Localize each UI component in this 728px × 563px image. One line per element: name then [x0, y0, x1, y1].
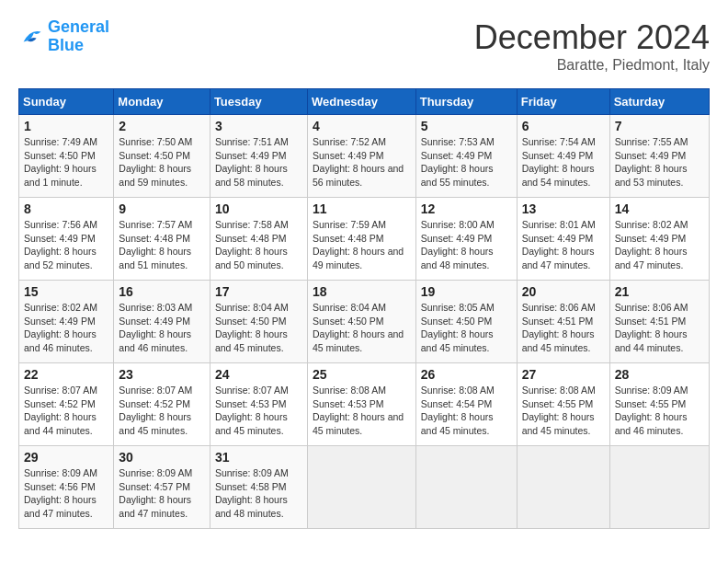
- day-info: Sunrise: 7:54 AMSunset: 4:49 PMDaylight:…: [522, 135, 605, 190]
- day-number: 21: [615, 284, 704, 299]
- day-number: 1: [24, 119, 108, 133]
- calendar-cell: 19Sunrise: 8:05 AMSunset: 4:50 PMDayligh…: [415, 281, 517, 363]
- day-info: Sunrise: 8:01 AMSunset: 4:49 PMDaylight:…: [522, 218, 605, 272]
- weekday-header-saturday: Saturday: [609, 89, 709, 115]
- day-info: Sunrise: 7:58 AMSunset: 4:48 PMDaylight:…: [215, 218, 302, 272]
- calendar-cell: 4Sunrise: 7:52 AMSunset: 4:49 PMDaylight…: [307, 115, 415, 198]
- day-info: Sunrise: 7:49 AMSunset: 4:50 PMDaylight:…: [24, 135, 108, 190]
- calendar-cell: [517, 446, 609, 529]
- day-number: 18: [313, 284, 411, 299]
- calendar-cell: 10Sunrise: 7:58 AMSunset: 4:48 PMDayligh…: [210, 198, 307, 281]
- weekday-header-tuesday: Tuesday: [210, 89, 307, 115]
- calendar-cell: 22Sunrise: 8:07 AMSunset: 4:52 PMDayligh…: [19, 363, 114, 446]
- day-number: 29: [24, 450, 108, 465]
- calendar-cell: 14Sunrise: 8:02 AMSunset: 4:49 PMDayligh…: [609, 198, 709, 281]
- calendar-cell: 12Sunrise: 8:00 AMSunset: 4:49 PMDayligh…: [415, 198, 517, 281]
- calendar-week-row: 15Sunrise: 8:02 AMSunset: 4:49 PMDayligh…: [19, 281, 710, 363]
- day-number: 8: [24, 201, 108, 216]
- day-info: Sunrise: 8:00 AMSunset: 4:49 PMDaylight:…: [421, 218, 512, 272]
- day-number: 20: [522, 284, 605, 299]
- day-info: Sunrise: 8:04 AMSunset: 4:50 PMDaylight:…: [215, 301, 302, 355]
- day-info: Sunrise: 7:50 AMSunset: 4:50 PMDaylight:…: [119, 135, 205, 190]
- calendar-cell: 20Sunrise: 8:06 AMSunset: 4:51 PMDayligh…: [517, 281, 609, 363]
- calendar-cell: 8Sunrise: 7:56 AMSunset: 4:49 PMDaylight…: [19, 198, 114, 281]
- day-number: 9: [119, 201, 205, 216]
- day-number: 17: [215, 284, 302, 299]
- day-number: 11: [313, 201, 411, 216]
- day-number: 27: [522, 367, 605, 382]
- day-info: Sunrise: 8:02 AMSunset: 4:49 PMDaylight:…: [24, 301, 108, 355]
- day-info: Sunrise: 7:55 AMSunset: 4:49 PMDaylight:…: [615, 135, 704, 190]
- calendar-cell: 31Sunrise: 8:09 AMSunset: 4:58 PMDayligh…: [210, 446, 307, 529]
- month-title: December 2024: [474, 18, 710, 57]
- day-number: 15: [24, 284, 108, 299]
- day-number: 13: [522, 201, 605, 216]
- day-number: 31: [215, 450, 302, 465]
- calendar-cell: 28Sunrise: 8:09 AMSunset: 4:55 PMDayligh…: [609, 363, 709, 446]
- day-number: 22: [24, 367, 108, 382]
- day-info: Sunrise: 8:02 AMSunset: 4:49 PMDaylight:…: [615, 218, 704, 272]
- day-number: 2: [119, 119, 205, 133]
- day-number: 23: [119, 367, 205, 382]
- calendar-week-row: 1Sunrise: 7:49 AMSunset: 4:50 PMDaylight…: [19, 115, 710, 198]
- calendar-cell: [609, 446, 709, 529]
- calendar-cell: 5Sunrise: 7:53 AMSunset: 4:49 PMDaylight…: [415, 115, 517, 198]
- day-info: Sunrise: 8:07 AMSunset: 4:52 PMDaylight:…: [119, 384, 205, 438]
- day-info: Sunrise: 8:03 AMSunset: 4:49 PMDaylight:…: [119, 301, 205, 355]
- calendar-cell: 21Sunrise: 8:06 AMSunset: 4:51 PMDayligh…: [609, 281, 709, 363]
- day-info: Sunrise: 7:52 AMSunset: 4:49 PMDaylight:…: [313, 135, 411, 190]
- weekday-header-sunday: Sunday: [19, 89, 114, 115]
- calendar-cell: 30Sunrise: 8:09 AMSunset: 4:57 PMDayligh…: [114, 446, 210, 529]
- calendar-cell: 3Sunrise: 7:51 AMSunset: 4:49 PMDaylight…: [210, 115, 307, 198]
- day-number: 14: [615, 201, 704, 216]
- day-info: Sunrise: 8:06 AMSunset: 4:51 PMDaylight:…: [522, 301, 605, 355]
- calendar-table: SundayMondayTuesdayWednesdayThursdayFrid…: [18, 88, 710, 529]
- calendar-cell: 16Sunrise: 8:03 AMSunset: 4:49 PMDayligh…: [114, 281, 210, 363]
- day-info: Sunrise: 7:51 AMSunset: 4:49 PMDaylight:…: [215, 135, 302, 190]
- weekday-header-thursday: Thursday: [415, 89, 517, 115]
- calendar-cell: 18Sunrise: 8:04 AMSunset: 4:50 PMDayligh…: [307, 281, 415, 363]
- day-info: Sunrise: 7:59 AMSunset: 4:48 PMDaylight:…: [313, 218, 411, 272]
- calendar-cell: 23Sunrise: 8:07 AMSunset: 4:52 PMDayligh…: [114, 363, 210, 446]
- day-number: 19: [421, 284, 512, 299]
- day-number: 4: [313, 119, 411, 133]
- logo-text: General Blue: [48, 18, 109, 55]
- day-info: Sunrise: 8:09 AMSunset: 4:57 PMDaylight:…: [119, 466, 205, 521]
- day-info: Sunrise: 8:09 AMSunset: 4:56 PMDaylight:…: [24, 466, 108, 521]
- day-number: 30: [119, 450, 205, 465]
- calendar-cell: 2Sunrise: 7:50 AMSunset: 4:50 PMDaylight…: [114, 115, 210, 198]
- day-info: Sunrise: 7:57 AMSunset: 4:48 PMDaylight:…: [119, 218, 205, 272]
- calendar-header-row: SundayMondayTuesdayWednesdayThursdayFrid…: [19, 89, 710, 115]
- logo: General Blue: [18, 18, 109, 55]
- calendar-cell: 6Sunrise: 7:54 AMSunset: 4:49 PMDaylight…: [517, 115, 609, 198]
- day-number: 10: [215, 201, 302, 216]
- day-info: Sunrise: 8:07 AMSunset: 4:52 PMDaylight:…: [24, 384, 108, 438]
- title-block: December 2024 Baratte, Piedmont, Italy: [474, 18, 710, 74]
- day-info: Sunrise: 7:53 AMSunset: 4:49 PMDaylight:…: [421, 135, 512, 190]
- day-info: Sunrise: 8:08 AMSunset: 4:53 PMDaylight:…: [313, 384, 411, 438]
- calendar-cell: 1Sunrise: 7:49 AMSunset: 4:50 PMDaylight…: [19, 115, 114, 198]
- day-number: 5: [421, 119, 512, 133]
- day-number: 25: [313, 367, 411, 382]
- day-number: 12: [421, 201, 512, 216]
- day-info: Sunrise: 8:06 AMSunset: 4:51 PMDaylight:…: [615, 301, 704, 355]
- weekday-header-wednesday: Wednesday: [307, 89, 415, 115]
- calendar-cell: 24Sunrise: 8:07 AMSunset: 4:53 PMDayligh…: [210, 363, 307, 446]
- calendar-cell: 17Sunrise: 8:04 AMSunset: 4:50 PMDayligh…: [210, 281, 307, 363]
- day-number: 16: [119, 284, 205, 299]
- day-number: 26: [421, 367, 512, 382]
- day-number: 7: [615, 119, 704, 133]
- location-subtitle: Baratte, Piedmont, Italy: [474, 57, 710, 74]
- day-number: 28: [615, 367, 704, 382]
- day-info: Sunrise: 8:09 AMSunset: 4:58 PMDaylight:…: [215, 466, 302, 521]
- day-info: Sunrise: 7:56 AMSunset: 4:49 PMDaylight:…: [24, 218, 108, 272]
- day-info: Sunrise: 8:05 AMSunset: 4:50 PMDaylight:…: [421, 301, 512, 355]
- day-number: 3: [215, 119, 302, 133]
- calendar-cell: 11Sunrise: 7:59 AMSunset: 4:48 PMDayligh…: [307, 198, 415, 281]
- calendar-cell: 25Sunrise: 8:08 AMSunset: 4:53 PMDayligh…: [307, 363, 415, 446]
- calendar-cell: 29Sunrise: 8:09 AMSunset: 4:56 PMDayligh…: [19, 446, 114, 529]
- calendar-body: 1Sunrise: 7:49 AMSunset: 4:50 PMDaylight…: [19, 115, 710, 529]
- calendar-cell: 7Sunrise: 7:55 AMSunset: 4:49 PMDaylight…: [609, 115, 709, 198]
- logo-bird-icon: [18, 24, 44, 50]
- calendar-cell: 9Sunrise: 7:57 AMSunset: 4:48 PMDaylight…: [114, 198, 210, 281]
